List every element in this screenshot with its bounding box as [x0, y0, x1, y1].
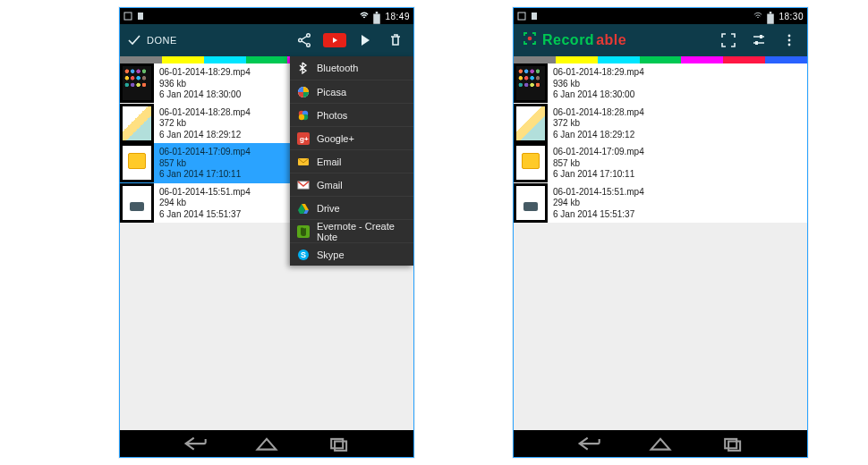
- recording-size: 294 kb: [159, 198, 251, 208]
- recording-row[interactable]: 06-01-2014-18:28.mp4372 kb6 Jan 2014 18:…: [514, 104, 807, 144]
- svg-rect-20: [335, 441, 346, 450]
- recording-ts: 6 Jan 2014 18:29:12: [159, 130, 251, 140]
- svg-rect-24: [770, 12, 772, 14]
- svg-rect-19: [331, 439, 343, 448]
- svg-rect-26: [760, 35, 762, 38]
- recording-thumbnail: [120, 104, 154, 143]
- recording-ts: 6 Jan 2014 18:29:12: [553, 130, 644, 140]
- overflow-menu-button[interactable]: [777, 28, 802, 53]
- share-menu-label: Evernote - Create Note: [317, 221, 406, 242]
- recent-apps-button[interactable]: [720, 435, 744, 452]
- svg-rect-23: [768, 14, 775, 24]
- share-menu-item[interactable]: Evernote - Create Note: [290, 219, 413, 242]
- svg-text:S: S: [301, 250, 306, 259]
- notification-icon: [136, 12, 145, 21]
- share-menu-label: Gmail: [317, 180, 343, 190]
- back-button[interactable]: [577, 435, 600, 452]
- battery-icon: [766, 12, 775, 21]
- recording-size: 372 kb: [553, 118, 644, 129]
- share-menu-label: Drive: [317, 203, 340, 214]
- recordings-list: 06-01-2014-18:29.mp4936 kb6 Jan 2014 18:…: [514, 63, 807, 223]
- share-menu-label: Bluetooth: [317, 63, 358, 73]
- recording-thumbnail: [120, 143, 154, 182]
- app-logo-icon: [523, 31, 537, 49]
- svg-point-5: [307, 34, 311, 38]
- fullscreen-button[interactable]: [716, 28, 741, 53]
- color-bars: [514, 56, 807, 63]
- share-menu-item[interactable]: Email: [290, 149, 413, 173]
- svg-rect-31: [725, 439, 736, 448]
- share-menu-item[interactable]: SSkype: [290, 242, 413, 266]
- done-label: DONE: [147, 35, 177, 46]
- recording-row[interactable]: 06-01-2014-17:09.mp4857 kb6 Jan 2014 17:…: [514, 143, 807, 183]
- share-menu-label: Email: [317, 156, 342, 167]
- share-menu-label: Google+: [317, 133, 354, 144]
- svg-point-25: [528, 37, 532, 41]
- notification-icon: [123, 12, 132, 21]
- svg-point-29: [788, 39, 791, 42]
- recording-ts: 6 Jan 2014 15:51:37: [159, 209, 251, 220]
- share-menu-item[interactable]: Drive: [290, 196, 413, 219]
- recording-file: 06-01-2014-18:28.mp4: [159, 107, 251, 118]
- recording-meta: 06-01-2014-15:51.mp4294 kb6 Jan 2014 15:…: [159, 183, 251, 224]
- svg-rect-27: [755, 41, 758, 45]
- back-button[interactable]: [183, 435, 207, 452]
- home-button[interactable]: [255, 435, 278, 452]
- youtube-icon: [323, 33, 346, 47]
- recording-meta: 06-01-2014-18:28.mp4372 kb6 Jan 2014 18:…: [159, 104, 251, 144]
- recent-apps-button[interactable]: [327, 435, 350, 452]
- recording-ts: 6 Jan 2014 17:10:11: [159, 169, 251, 180]
- status-bar: 18:30: [514, 8, 807, 24]
- svg-point-11: [299, 114, 304, 119]
- system-nav-bar: [120, 430, 413, 457]
- share-button[interactable]: [292, 28, 317, 53]
- svg-point-4: [299, 38, 302, 42]
- action-bar: DONE: [120, 24, 413, 56]
- recording-meta: 06-01-2014-18:28.mp4372 kb6 Jan 2014 18:…: [553, 104, 644, 144]
- system-nav-bar: [514, 430, 807, 457]
- recording-thumbnail: [120, 183, 154, 223]
- svg-rect-22: [532, 13, 537, 20]
- svg-rect-0: [124, 13, 132, 20]
- recording-ts: 6 Jan 2014 17:10:11: [553, 169, 644, 180]
- share-menu-item[interactable]: Bluetooth: [290, 56, 413, 80]
- gplus-icon: g+: [297, 132, 310, 145]
- svg-rect-32: [728, 441, 740, 450]
- email-icon: [297, 156, 310, 168]
- clock-text: 18:49: [385, 12, 410, 21]
- recording-size: 936 kb: [553, 79, 644, 89]
- wifi-icon: [360, 12, 369, 21]
- done-button[interactable]: DONE: [127, 33, 177, 47]
- recording-meta: 06-01-2014-15:51.mp4294 kb6 Jan 2014 15:…: [553, 183, 644, 224]
- share-menu-item[interactable]: g+Google+: [290, 126, 413, 149]
- recording-ts: 6 Jan 2014 18:30:00: [159, 89, 251, 100]
- status-bar: 18:49: [120, 8, 413, 24]
- youtube-button[interactable]: [322, 28, 347, 53]
- recording-size: 294 kb: [553, 198, 644, 208]
- skype-icon: S: [297, 249, 310, 261]
- share-menu-label: Skype: [317, 249, 345, 260]
- recording-size: 372 kb: [159, 118, 251, 129]
- recording-file: 06-01-2014-15:51.mp4: [159, 187, 251, 198]
- share-menu-label: Photos: [317, 110, 347, 121]
- recording-meta: 06-01-2014-17:09.mp4857 kb6 Jan 2014 17:…: [553, 143, 644, 183]
- svg-point-6: [307, 44, 311, 47]
- recording-size: 857 kb: [553, 158, 644, 169]
- recording-thumbnail: [120, 63, 154, 103]
- recording-file: 06-01-2014-17:09.mp4: [553, 147, 644, 157]
- app-title: Recordable: [542, 32, 626, 48]
- settings-sliders-button[interactable]: [746, 28, 771, 53]
- recording-ts: 6 Jan 2014 15:51:37: [553, 209, 644, 220]
- share-menu-item[interactable]: Gmail: [290, 173, 413, 196]
- share-menu-item[interactable]: Photos: [290, 103, 413, 126]
- recording-row[interactable]: 06-01-2014-15:51.mp4294 kb6 Jan 2014 15:…: [514, 183, 807, 224]
- gmail-icon: [297, 179, 310, 191]
- play-button[interactable]: [353, 28, 378, 53]
- share-menu-item[interactable]: Picasa: [290, 80, 413, 103]
- recording-row[interactable]: 06-01-2014-18:29.mp4936 kb6 Jan 2014 18:…: [514, 63, 807, 104]
- recording-meta: 06-01-2014-18:29.mp4936 kb6 Jan 2014 18:…: [159, 63, 251, 104]
- delete-button[interactable]: [383, 28, 408, 53]
- home-button[interactable]: [649, 435, 672, 452]
- battery-icon: [372, 12, 381, 21]
- recording-meta: 06-01-2014-18:29.mp4936 kb6 Jan 2014 18:…: [553, 63, 644, 104]
